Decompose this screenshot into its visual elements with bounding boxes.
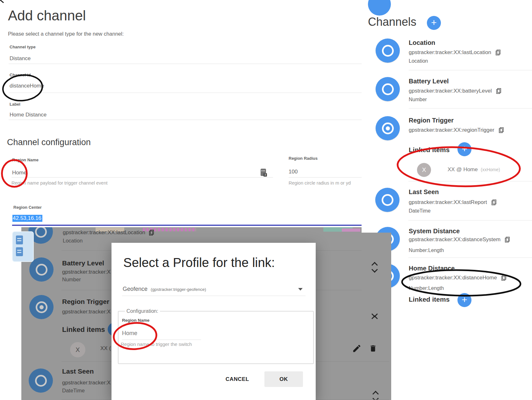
cancel-button[interactable]: CANCEL — [220, 371, 255, 387]
divider — [362, 361, 389, 362]
linked-items-heading: Linked items — [409, 146, 449, 154]
unfold-more-icon[interactable] — [372, 391, 380, 400]
divider — [408, 257, 532, 258]
channel-title: Region Trigger — [62, 298, 109, 305]
chevron-down-icon — [298, 288, 303, 291]
focused-underline — [12, 225, 362, 226]
channels-heading: Channels — [368, 15, 416, 29]
linked-item-avatar: X — [70, 342, 85, 357]
profile-select-value: Geofence — [123, 286, 147, 292]
channel-type: Number:Length — [409, 248, 444, 253]
channel-state-icon — [29, 295, 54, 319]
region-radius-label: Region Radius — [289, 156, 318, 161]
divider — [9, 120, 362, 120]
divider — [289, 177, 362, 178]
channel-uid: gpstracker:tracker:XX:distanceHome — [409, 275, 497, 281]
channel-uid: gpstracker:tracker:X — [62, 269, 111, 275]
copy-icon[interactable] — [496, 50, 500, 55]
configuration-legend: Configuration: — [125, 308, 160, 314]
config-heading: Channel configuration — [7, 137, 91, 147]
copy-icon — [149, 230, 154, 235]
linked-item-text: XX ( — [100, 345, 111, 352]
channel-type: Number:Length — [409, 285, 444, 291]
region-name-label: Region Name — [122, 318, 149, 323]
unfold-more-icon[interactable] — [371, 262, 379, 272]
dialog-title: Select a Profile for the link: — [123, 256, 275, 270]
channel-uid: gpstracker:tracker:XX:lastReport — [409, 199, 487, 206]
copy-icon[interactable] — [499, 127, 504, 133]
edit-icon[interactable] — [352, 344, 362, 353]
linked-item-row[interactable]: X XX @ Home (xxHome) — [417, 163, 532, 177]
profile-select[interactable]: Geofence (gpstracker:trigger-geofence) — [122, 284, 306, 296]
divider — [9, 93, 362, 93]
channel-title: Last Seen — [62, 368, 94, 375]
selected-text: 42.53,16.16 — [12, 215, 42, 222]
linked-item-avatar: X — [417, 163, 431, 177]
channel-id-label: Channel id — [10, 73, 31, 77]
channel-id-field[interactable]: distanceHome — [10, 83, 44, 89]
channel-state-icon[interactable] — [376, 39, 400, 63]
dialog-backdrop[interactable] — [362, 233, 391, 400]
divider — [9, 64, 362, 64]
channel-uid: gpstracker:tracker:XX:lastLocation — [409, 49, 491, 56]
corner-mark — [0, 0, 4, 3]
add-channel-button[interactable]: + — [427, 16, 441, 30]
unfold-less-icon[interactable] — [371, 311, 379, 321]
channel-type: Number — [409, 97, 427, 102]
channel-type-field[interactable]: Distance — [10, 55, 31, 62]
map-fragment — [342, 228, 360, 232]
region-name-hint: Region name to trigger the switch — [121, 341, 192, 347]
channel-title: Location — [409, 39, 435, 46]
channel-title: Battery Level — [62, 259, 104, 267]
copy-icon[interactable] — [496, 88, 501, 94]
label-field[interactable]: Home Distance — [10, 112, 47, 118]
channel-state-icon[interactable] — [375, 188, 399, 212]
divider — [409, 108, 532, 109]
channel-state-icon-selected[interactable] — [376, 116, 400, 140]
map-zoom-control[interactable] — [12, 231, 34, 262]
channel-uid: gpstracker:tracker:XX:regionTrigger — [409, 127, 494, 133]
region-name-input[interactable]: Home — [12, 170, 26, 176]
region-name-hint: Region name payload for trigger channel … — [11, 180, 107, 186]
channel-uid: gpstracker:tracker:XX:batteryLevel — [409, 88, 492, 94]
channel-state-icon[interactable] — [376, 77, 400, 101]
autofill-icon[interactable]: ••• 3 — [261, 169, 266, 176]
copy-icon[interactable] — [501, 275, 506, 281]
channel-type: Location — [409, 58, 428, 64]
divider — [362, 399, 389, 400]
add-linked-item-button[interactable]: + — [457, 142, 471, 156]
copy-icon[interactable] — [492, 200, 496, 205]
map-button-top[interactable] — [16, 235, 23, 244]
delete-icon[interactable] — [369, 344, 377, 353]
region-radius-hint: Region circle radius in m or yd — [289, 180, 351, 186]
region-center-label: Region Center — [13, 205, 42, 210]
region-radius-input[interactable]: 100 — [289, 169, 298, 175]
region-center-input[interactable]: 42.53,16.16 — [12, 215, 42, 221]
channel-title: System Distance — [409, 228, 460, 235]
region-name-label: Region Name — [12, 158, 39, 162]
divider — [408, 220, 532, 221]
map-button-bottom[interactable] — [16, 247, 23, 256]
channel-title: Battery Level — [409, 78, 449, 85]
channel-title: Home Distance — [409, 265, 455, 272]
channel-type: DateTime — [62, 388, 85, 394]
copy-icon[interactable] — [505, 237, 510, 242]
channel-type: Number — [62, 277, 81, 283]
ok-button[interactable]: OK — [264, 371, 303, 387]
configuration-fieldset: Configuration: Region Name Home Region n… — [118, 308, 314, 364]
partial-avatar — [368, 0, 391, 16]
channel-type: DateTime — [409, 208, 431, 214]
linked-item-text: XX @ Home — [448, 166, 478, 173]
linked-item-sub: (xxHome) — [481, 167, 500, 172]
profile-select-uid: (gpstracker:trigger-geofence) — [151, 287, 206, 292]
channel-type-label: Channel type — [10, 45, 36, 49]
linked-items-heading: Linked items — [62, 326, 105, 334]
region-name-input[interactable]: Home — [122, 330, 137, 337]
channel-uid: gpstracker:tracker:X — [62, 309, 111, 315]
divider — [122, 340, 201, 340]
channel-state-icon — [29, 368, 53, 393]
profile-dialog: Select a Profile for the link: Geofence … — [111, 243, 316, 400]
divider — [11, 177, 273, 178]
add-linked-item-button[interactable]: + — [457, 293, 471, 307]
channel-uid: gpstracker:tracker:X — [62, 380, 111, 386]
